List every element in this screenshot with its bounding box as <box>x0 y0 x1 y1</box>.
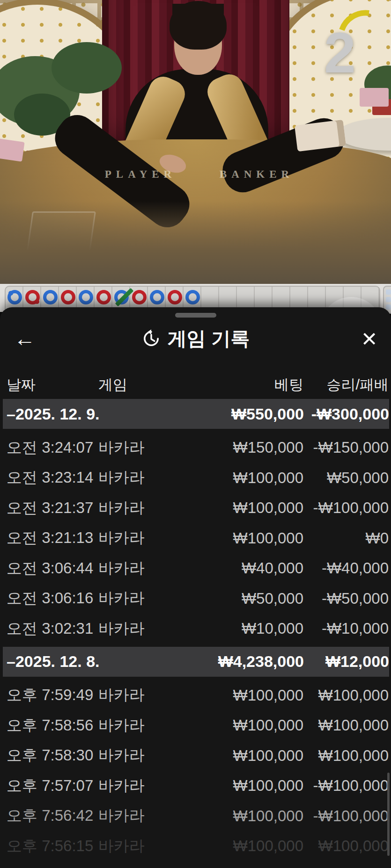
cell-bet: ₩40,000 <box>197 559 303 577</box>
cell-game: 바카라 <box>98 836 197 857</box>
table-row: 오전 3:06:16바카라₩50,000-₩50,000 <box>0 584 391 614</box>
modal-title-wrap: 게임 기록 <box>47 326 344 352</box>
table-row: 오전 3:21:13바카라₩100,000₩0 <box>0 523 391 554</box>
cell-result: ₩50,000 <box>303 469 389 487</box>
cell-time: 오후 7:59:49 <box>7 685 98 706</box>
table-row: 오전 3:24:07바카라₩150,000-₩150,000 <box>0 433 391 463</box>
cell-result: -₩50,000 <box>303 590 389 608</box>
cell-game: 바카라 <box>98 715 197 736</box>
table-row: 오전 3:23:14바카라₩100,000₩50,000 <box>0 463 391 493</box>
cell-time: 오후 7:58:30 <box>7 745 98 766</box>
dealer-fringe <box>172 4 224 26</box>
cell-time: 오후 7:57:07 <box>7 775 98 796</box>
cell-bet: ₩100,000 <box>197 469 303 487</box>
cell-result: -₩100,000 <box>303 499 389 517</box>
table-row: 오후 7:59:49바카라₩100,000₩100,000 <box>0 680 391 711</box>
banker-result-icon <box>132 290 147 304</box>
cell-game: 바카라 <box>98 775 197 796</box>
col-game: 게임 <box>98 375 197 395</box>
banker-felt-label: BANKER <box>205 168 308 181</box>
table-row: 오전 3:02:31바카라₩10,000-₩10,000 <box>0 614 391 644</box>
cell-bet: ₩150,000 <box>197 439 303 456</box>
scrollbar-thumb[interactable] <box>387 773 390 856</box>
col-result: 승리/패배 <box>303 375 389 395</box>
player-result-icon <box>79 290 93 304</box>
player-result-icon <box>150 290 164 304</box>
table-row: 오후 7:56:42바카라₩100,000-₩100,000 <box>0 801 391 832</box>
table-row: 오전 3:06:44바카라₩40,000-₩40,000 <box>0 553 391 584</box>
date-summary-row: –2025. 12. 8.₩4,238,000₩12,000 <box>3 647 389 677</box>
summary-date: –2025. 12. 8. <box>7 652 197 671</box>
player-result-icon <box>7 290 22 304</box>
cell-time: 오전 3:06:44 <box>7 558 98 579</box>
cell-bet: ₩100,000 <box>197 807 303 825</box>
history-group: –2025. 12. 8.₩4,238,000₩12,000오후 7:59:49… <box>0 647 391 861</box>
player-result-icon <box>114 290 129 304</box>
cell-game: 바카라 <box>98 745 197 766</box>
app-screen: PLAYER BANKER 2 ← <box>0 0 391 868</box>
pair-dot-icon <box>35 299 39 304</box>
modal-title: 게임 기록 <box>168 326 250 352</box>
cell-time: 오전 3:24:07 <box>7 437 98 458</box>
player-result-icon <box>43 290 58 304</box>
player-felt-label: PLAYER <box>89 168 192 181</box>
summary-result: ₩12,000 <box>304 652 389 671</box>
close-button[interactable]: × <box>344 326 377 352</box>
cell-bet: ₩100,000 <box>197 837 303 855</box>
cell-game: 바카라 <box>98 437 197 458</box>
banker-result-icon <box>168 290 182 304</box>
history-group: –2025. 12. 9.₩550,000-₩300,000오전 3:24:07… <box>0 399 391 644</box>
game-history-modal: ← 게임 기록 × 날짜 게임 베팅 승리/패배 –2025. 12. 9.₩5… <box>0 307 391 868</box>
date-summary-row: –2025. 12. 9.₩550,000-₩300,000 <box>3 399 389 429</box>
table-row: 오후 7:56:15바카라₩100,000₩100,000 <box>0 831 391 861</box>
table-fade <box>0 201 391 284</box>
summary-result: -₩300,000 <box>304 405 389 423</box>
cell-time: 오전 3:21:13 <box>7 528 98 549</box>
table-row: 오후 7:58:30바카라₩100,000₩100,000 <box>0 741 391 771</box>
cell-game: 바카라 <box>98 685 197 706</box>
cell-time: 오후 7:56:15 <box>7 836 98 857</box>
cell-game: 바카라 <box>98 528 197 549</box>
bonsai-left-foliage <box>52 42 122 94</box>
banker-result-icon <box>61 290 75 304</box>
cell-bet: ₩100,000 <box>197 529 303 547</box>
cell-bet: ₩100,000 <box>197 777 303 795</box>
card-box-left <box>0 138 25 161</box>
cell-bet: ₩100,000 <box>197 499 303 517</box>
cell-result: ₩100,000 <box>303 837 389 855</box>
drag-handle[interactable] <box>175 313 216 318</box>
table-row: 오전 3:21:37바카라₩100,000-₩100,000 <box>0 493 391 523</box>
cell-time: 오전 3:02:31 <box>7 618 98 639</box>
cell-game: 바카라 <box>98 467 197 488</box>
cell-bet: ₩100,000 <box>197 747 303 765</box>
summary-bet: ₩550,000 <box>197 405 304 423</box>
cell-result: -₩40,000 <box>303 559 389 577</box>
table-row: 오후 7:57:07바카라₩100,000-₩100,000 <box>0 771 391 801</box>
cell-bet: ₩50,000 <box>197 590 303 608</box>
cell-result: -₩150,000 <box>303 439 389 456</box>
history-list: –2025. 12. 9.₩550,000-₩300,000오전 3:24:07… <box>0 399 391 861</box>
cell-result: ₩0 <box>303 529 389 547</box>
cell-time: 오후 7:58:56 <box>7 715 98 736</box>
col-bet: 베팅 <box>197 375 303 395</box>
cell-game: 바카라 <box>98 498 197 519</box>
table-header-row: 날짜 게임 베팅 승리/패배 <box>0 374 391 396</box>
cell-result: -₩10,000 <box>303 620 389 637</box>
pair-dot-icon <box>8 291 13 296</box>
cell-bet: ₩100,000 <box>197 716 303 734</box>
back-button[interactable]: ← <box>14 328 47 349</box>
cell-result: ₩100,000 <box>303 687 389 704</box>
cell-time: 오전 3:23:14 <box>7 467 98 488</box>
live-video[interactable]: PLAYER BANKER 2 <box>0 0 391 284</box>
banker-result-icon <box>96 290 111 304</box>
cell-game: 바카라 <box>98 805 197 826</box>
cell-result: ₩100,000 <box>303 747 389 765</box>
summary-date: –2025. 12. 9. <box>7 405 197 423</box>
history-clock-icon <box>141 329 161 348</box>
table-row: 오후 7:58:56바카라₩100,000₩100,000 <box>0 710 391 741</box>
cell-result: -₩100,000 <box>303 807 389 825</box>
cell-time: 오전 3:06:16 <box>7 588 98 609</box>
player-result-icon <box>185 290 200 304</box>
round-timer: 2 <box>323 6 379 83</box>
cell-result: ₩100,000 <box>303 716 389 734</box>
